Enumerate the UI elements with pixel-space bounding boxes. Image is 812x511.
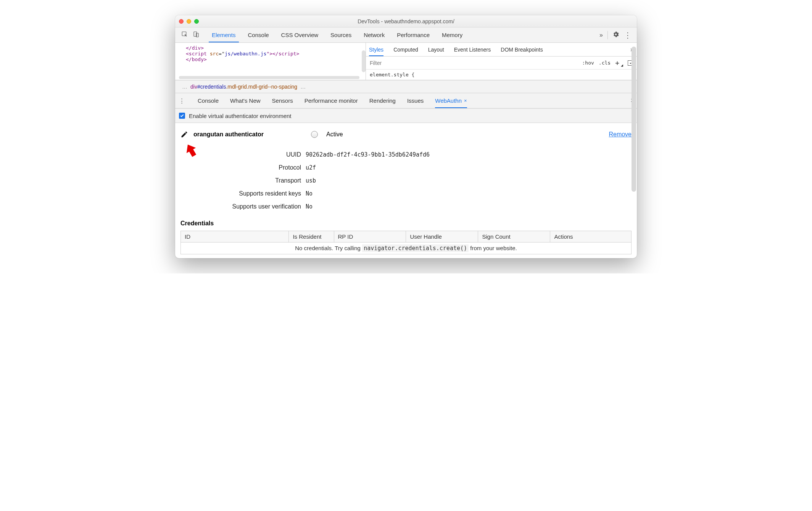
col-user-handle[interactable]: User Handle	[406, 231, 478, 243]
drawer-tab-sensors[interactable]: Sensors	[272, 93, 293, 108]
tab-network[interactable]: Network	[358, 27, 391, 42]
titlebar: DevTools - webauthndemo.appspot.com/	[175, 15, 637, 27]
col-actions[interactable]: Actions	[550, 231, 632, 243]
gear-icon[interactable]	[612, 31, 619, 39]
corner-icon: ◢	[621, 63, 623, 67]
enable-virtual-auth-row: Enable virtual authenticator environment	[175, 108, 637, 123]
enable-checkbox[interactable]	[179, 113, 185, 119]
device-toolbar-icon[interactable]	[193, 31, 200, 39]
styles-filter-row: :hov .cls + ◢ ◂	[366, 57, 637, 70]
prop-value-userverify: No	[306, 203, 313, 210]
code-horizontal-scrollbar[interactable]	[179, 76, 359, 79]
prop-value-transport: usb	[306, 177, 316, 184]
prop-value-resident: No	[306, 190, 313, 197]
styles-tab-computed[interactable]: Computed	[393, 43, 418, 56]
col-rp-id[interactable]: RP ID	[334, 231, 406, 243]
drawer-tab-rendering[interactable]: Rendering	[369, 93, 396, 108]
drawer-tab-issues[interactable]: Issues	[407, 93, 424, 108]
prop-label-uuid: UUID	[180, 151, 306, 158]
col-id[interactable]: ID	[181, 231, 289, 243]
col-is-resident[interactable]: Is Resident	[289, 231, 334, 243]
tab-sources[interactable]: Sources	[324, 27, 358, 42]
inspect-icon[interactable]	[181, 31, 188, 39]
main-toolbar: Elements Console CSS Overview Sources Ne…	[175, 27, 637, 43]
tab-memory[interactable]: Memory	[436, 27, 469, 42]
authenticator-header: orangutan authenticator Active Remove	[180, 131, 632, 138]
remove-link[interactable]: Remove	[609, 131, 632, 138]
styles-tab-strip: Styles Computed Layout Event Listeners D…	[366, 43, 637, 57]
prop-value-uuid: 90262adb-df2f-4c93-9bb1-35db6249afd6	[306, 151, 430, 158]
prop-label-protocol: Protocol	[180, 164, 306, 171]
hov-toggle[interactable]: :hov	[582, 60, 594, 66]
credentials-empty-row: No credentials. Try calling navigator.cr…	[181, 243, 632, 254]
element-style-block[interactable]: element.style {	[366, 70, 637, 80]
active-label: Active	[326, 131, 343, 138]
breadcrumb-right-ellipsis[interactable]: …	[297, 84, 309, 90]
prop-label-transport: Transport	[180, 177, 306, 184]
col-sign-count[interactable]: Sign Count	[478, 231, 550, 243]
elements-row: </div> <script src="js/webauthn.js"></sc…	[175, 43, 637, 80]
authenticator-panel: orangutan authenticator Active Remove UU…	[175, 123, 637, 258]
authenticator-properties: UUID90262adb-df2f-4c93-9bb1-35db6249afd6…	[180, 148, 632, 213]
tab-css-overview[interactable]: CSS Overview	[275, 27, 325, 42]
credentials-heading: Credentials	[180, 213, 632, 231]
arrow-annotation-icon	[184, 143, 199, 158]
close-tab-icon[interactable]: ×	[464, 98, 467, 103]
styles-filter-input[interactable]	[370, 60, 582, 66]
new-style-rule-button[interactable]: +	[615, 59, 619, 67]
tab-performance[interactable]: Performance	[391, 27, 436, 42]
code-vertical-scrollbar[interactable]	[362, 50, 366, 72]
breadcrumb-current[interactable]: div#credentials.mdl-grid.mdl-grid--no-sp…	[190, 84, 297, 90]
authenticator-name: orangutan authenticator	[193, 131, 264, 138]
drawer-tab-webauthn[interactable]: WebAuthn×	[435, 93, 467, 108]
prop-label-resident: Supports resident keys	[180, 190, 306, 197]
dom-tree[interactable]: </div> <script src="js/webauthn.js"></sc…	[175, 43, 366, 80]
dom-breadcrumb[interactable]: … div#credentials.mdl-grid.mdl-grid--no-…	[175, 80, 637, 93]
tab-console[interactable]: Console	[242, 27, 275, 42]
styles-tab-layout[interactable]: Layout	[428, 43, 444, 56]
styles-tab-event-listeners[interactable]: Event Listeners	[454, 43, 491, 56]
main-tab-strip: Elements Console CSS Overview Sources Ne…	[206, 27, 469, 42]
styles-tab-dom-breakpoints[interactable]: DOM Breakpoints	[501, 43, 543, 56]
drawer-tab-performance-monitor[interactable]: Performance monitor	[304, 93, 358, 108]
breadcrumb-left-ellipsis[interactable]: …	[179, 84, 190, 90]
styles-pane: Styles Computed Layout Event Listeners D…	[366, 43, 637, 80]
drawer-more-icon[interactable]: ⋮	[177, 97, 186, 104]
more-tabs-icon[interactable]: »	[599, 32, 603, 39]
tab-elements[interactable]: Elements	[206, 27, 242, 42]
prop-value-protocol: u2f	[306, 164, 316, 171]
credentials-table: ID Is Resident RP ID User Handle Sign Co…	[180, 231, 632, 254]
prop-label-userverify: Supports user verification	[180, 203, 306, 210]
pencil-icon[interactable]	[180, 131, 188, 138]
window-title: DevTools - webauthndemo.appspot.com/	[175, 18, 637, 24]
active-radio[interactable]	[311, 131, 318, 138]
drawer-tab-console[interactable]: Console	[198, 93, 219, 108]
devtools-window: DevTools - webauthndemo.appspot.com/ Ele…	[175, 15, 637, 258]
drawer-tab-whats-new[interactable]: What's New	[230, 93, 261, 108]
enable-label: Enable virtual authenticator environment	[189, 113, 292, 119]
kebab-menu-icon[interactable]: ⋮	[624, 31, 632, 40]
styles-tab-styles[interactable]: Styles	[369, 43, 383, 56]
cls-toggle[interactable]: .cls	[599, 60, 611, 66]
drawer-tab-strip: ⋮ Console What's New Sensors Performance…	[175, 93, 637, 108]
